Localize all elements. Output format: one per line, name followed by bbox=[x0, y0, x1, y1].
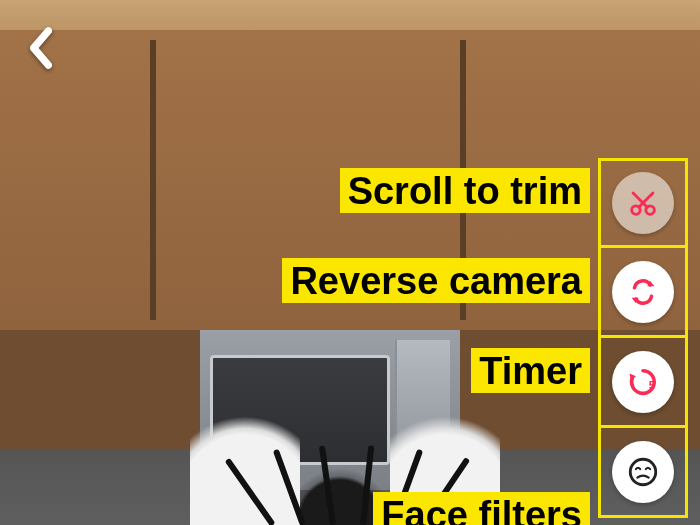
svg-text:5: 5 bbox=[649, 379, 655, 391]
scissors-icon bbox=[626, 186, 660, 220]
tool-rail: 5 bbox=[598, 158, 688, 518]
trim-button[interactable] bbox=[612, 172, 674, 234]
timer-button[interactable]: 5 bbox=[612, 351, 674, 413]
face-icon bbox=[626, 455, 660, 489]
reverse-camera-button[interactable] bbox=[612, 261, 674, 323]
bg-prop bbox=[190, 395, 300, 525]
tool-reverse[interactable] bbox=[598, 248, 688, 338]
timer-icon: 5 bbox=[626, 365, 660, 399]
chevron-left-icon bbox=[26, 26, 56, 70]
label-timer: Timer bbox=[471, 348, 590, 393]
label-face-filters: Face filters bbox=[373, 492, 590, 525]
face-filters-button[interactable] bbox=[612, 441, 674, 503]
svg-point-8 bbox=[630, 459, 656, 485]
tool-trim[interactable] bbox=[598, 158, 688, 248]
tool-face-filters[interactable] bbox=[598, 428, 688, 518]
label-reverse: Reverse camera bbox=[282, 258, 590, 303]
back-button[interactable] bbox=[26, 26, 56, 74]
tool-timer[interactable]: 5 bbox=[598, 338, 688, 428]
reverse-icon bbox=[626, 275, 660, 309]
label-trim: Scroll to trim bbox=[340, 168, 590, 213]
camera-screen: 5 Scroll to trim Reverse camera Timer Fa… bbox=[0, 0, 700, 525]
